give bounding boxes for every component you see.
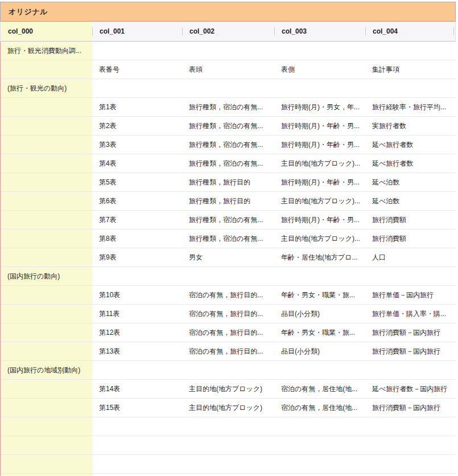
table-cell (182, 474, 274, 476)
table-row[interactable] (1, 417, 456, 436)
table-cell (365, 361, 456, 379)
table-row[interactable]: 第6表旅行種類，旅行目的主目的地(地方ブロック)...延べ泊数 (1, 192, 456, 211)
table-cell: 第3表 (92, 136, 182, 154)
table-cell: 主目的地(地方ブロック)... (274, 154, 365, 173)
table-row[interactable] (1, 436, 456, 455)
table-cell: 宿泊の有無，居住地(地... (274, 399, 365, 417)
table-row[interactable]: (旅行・観光の動向) (1, 79, 456, 98)
table-row[interactable] (1, 474, 456, 476)
table-cell (92, 361, 182, 379)
table-cell: 第8表 (92, 229, 182, 248)
table-cell (1, 136, 92, 154)
table-row[interactable]: 第11表宿泊の有無，旅行目的...品目(小分類)旅行単価・購入率・購... (1, 305, 456, 323)
table-cell: 第7表 (92, 211, 182, 229)
table-cell (1, 192, 92, 210)
table-cell (182, 42, 274, 60)
table-cell (1, 173, 92, 191)
table-row[interactable] (1, 455, 456, 474)
column-header-col_000[interactable]: col_000 (1, 22, 92, 41)
table-cell: 第2表 (92, 117, 182, 135)
table-cell: 表頭 (182, 60, 274, 79)
table-cell: 旅行種類，宿泊の有無... (182, 211, 274, 229)
table-cell (182, 267, 274, 285)
table-row[interactable]: 第14表主目的地(地方ブロック)宿泊の有無，居住地(地...延べ旅行者数－国内旅… (1, 380, 456, 399)
table-row[interactable]: (国内旅行の地域別動向) (1, 361, 456, 380)
table-cell: 主目的地(地方ブロック) (182, 380, 274, 398)
table-cell: 品目(小分類) (274, 305, 365, 323)
table-cell: 旅行種類，旅行目的 (182, 173, 274, 191)
table-cell: 旅行経験率・旅行平均... (365, 98, 456, 116)
table-cell: 第15表 (92, 399, 182, 417)
table-cell: 旅行種類，宿泊の有無... (182, 117, 274, 135)
table-cell (92, 474, 182, 476)
table-cell: 宿泊の有無，旅行目的... (182, 305, 274, 323)
table-title: オリジナル (9, 7, 48, 17)
table-row[interactable]: 第9表男女年齢・居住地(地方ブロ...人口 (1, 248, 456, 267)
table-cell (1, 154, 92, 173)
table-cell (1, 399, 92, 417)
table-cell: 旅行時期(月)・男女，年... (274, 98, 365, 116)
table-cell (274, 436, 365, 454)
table-row[interactable]: (国内旅行の動向) (1, 267, 456, 286)
table-cell: 第11表 (92, 305, 182, 323)
table-cell: 旅行単価－国内旅行 (365, 286, 456, 304)
table-cell (92, 42, 182, 60)
table-cell: 第13表 (92, 342, 182, 360)
table-row[interactable]: 第12表宿泊の有無，旅行目的...年齢・男女・職業・旅...旅行消費額－国内旅行 (1, 323, 456, 342)
table-cell (92, 267, 182, 285)
table-cell: 旅行・観光消費動向調... (1, 42, 92, 60)
table-cell: 旅行消費額－国内旅行 (365, 342, 456, 360)
table-cell (1, 60, 92, 79)
table-cell: 旅行時期(月)・年齢・男... (274, 117, 365, 135)
table-cell: 宿泊の有無，旅行目的... (182, 323, 274, 342)
table-cell: 実旅行者数 (365, 117, 456, 135)
column-header-col_001[interactable]: col_001 (92, 22, 182, 41)
table-cell (1, 286, 92, 304)
table-cell: 旅行消費額－国内旅行 (365, 323, 456, 342)
table-cell (365, 42, 456, 60)
table-row[interactable]: 第3表旅行種類，宿泊の有無...旅行時期(月)・年齢・男...延べ旅行者数 (1, 136, 456, 154)
table-title-bar: オリジナル (0, 2, 456, 22)
table-cell: 第14表 (92, 380, 182, 398)
table-cell (92, 436, 182, 454)
table-row[interactable]: 第2表旅行種類，宿泊の有無...旅行時期(月)・年齢・男...実旅行者数 (1, 117, 456, 136)
table-cell (1, 305, 92, 323)
column-header-col_002[interactable]: col_002 (182, 22, 274, 41)
table-row[interactable]: 第7表旅行種類，宿泊の有無...旅行時期(月)・年齢・男...旅行消費額 (1, 211, 456, 229)
table-cell: 表番号 (92, 60, 182, 79)
table-cell: (国内旅行の動向) (1, 267, 92, 285)
table-cell (365, 267, 456, 285)
table-cell: (旅行・観光の動向) (1, 79, 92, 97)
table-row[interactable]: 第1表旅行種類，宿泊の有無...旅行時期(月)・男女，年...旅行経験率・旅行平… (1, 98, 456, 117)
table-row[interactable]: 表番号表頭表側集計事項 (1, 60, 456, 79)
table-cell (1, 229, 92, 248)
table-cell (1, 117, 92, 135)
table-cell (92, 79, 182, 97)
table-cell (1, 248, 92, 266)
column-header-row: col_000 col_001 col_002 col_003 col_004 (0, 22, 456, 42)
table-cell: 品目(小分類) (274, 342, 365, 360)
table-row[interactable]: 第5表旅行種類，旅行目的旅行時期(月)・年齢・男...延べ泊数 (1, 173, 456, 192)
table-row[interactable]: 第15表主目的地(地方ブロック)宿泊の有無，居住地(地...旅行消費額－国内旅行 (1, 399, 456, 417)
table-cell (1, 474, 92, 476)
table-body: 旅行・観光消費動向調...表番号表頭表側集計事項(旅行・観光の動向)第1表旅行種… (0, 42, 456, 476)
table-row[interactable]: 第8表旅行種類，宿泊の有無...主目的地(地方ブロック)...旅行消費額 (1, 229, 456, 248)
column-header-col_003[interactable]: col_003 (274, 22, 365, 41)
table-cell (1, 455, 92, 473)
table-cell: 第6表 (92, 192, 182, 210)
table-row[interactable]: 第13表宿泊の有無，旅行目的...品目(小分類)旅行消費額－国内旅行 (1, 342, 456, 361)
table-cell: 旅行消費額 (365, 229, 456, 248)
column-header-col_004[interactable]: col_004 (365, 22, 455, 41)
table-cell: 宿泊の有無，旅行目的... (182, 286, 274, 304)
table-cell: 旅行時期(月)・年齢・男... (274, 136, 365, 154)
table-cell (1, 417, 92, 436)
table-cell: 延べ旅行者数 (365, 154, 456, 173)
table-cell (365, 474, 456, 476)
table-cell: 第10表 (92, 286, 182, 304)
table-row[interactable]: 第4表旅行種類，宿泊の有無...主目的地(地方ブロック)...延べ旅行者数 (1, 154, 456, 173)
table-row[interactable]: 第10表宿泊の有無，旅行目的...年齢・男女・職業・旅...旅行単価－国内旅行 (1, 286, 456, 305)
table-cell: 旅行種類，宿泊の有無... (182, 136, 274, 154)
table-cell: 集計事項 (365, 60, 456, 79)
table-row[interactable]: 旅行・観光消費動向調... (1, 42, 456, 60)
table-cell: 旅行消費額 (365, 211, 456, 229)
